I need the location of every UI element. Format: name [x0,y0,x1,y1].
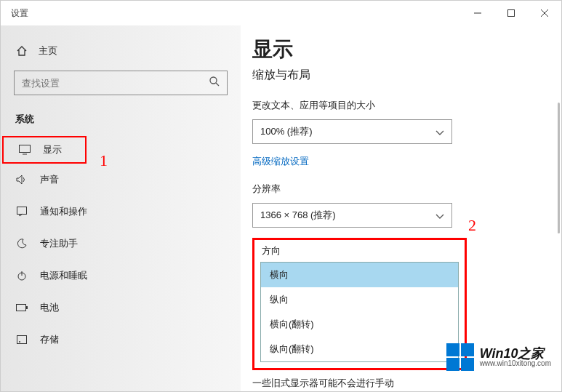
svg-point-14 [19,341,20,343]
home-link[interactable]: 主页 [1,39,241,68]
chevron-down-icon [435,127,444,138]
svg-rect-11 [17,305,26,311]
orientation-box: 方向 横向 纵向 横向(翻转) 纵向(翻转) [252,238,467,370]
titlebar: 设置 [1,1,561,25]
sidebar-item-label: 电池 [40,301,59,314]
storage-icon [15,335,28,344]
home-icon [15,45,28,57]
sidebar-item-label: 专注助手 [40,237,78,250]
sidebar-item-label: 通知和操作 [40,205,87,218]
resolution-value: 1366 × 768 (推荐) [260,209,336,222]
resolution-select[interactable]: 1366 × 768 (推荐) [252,203,452,228]
svg-rect-12 [26,306,28,309]
scale-select[interactable]: 100% (推荐) [252,119,452,144]
sidebar-item-battery[interactable]: 电池 [1,292,241,324]
watermark-url: www.win10xitong.com [480,360,551,367]
home-label: 主页 [39,44,57,57]
orientation-dropdown: 横向 纵向 横向(翻转) 纵向(翻转) [260,262,459,362]
search-wrap [14,71,228,95]
svg-rect-13 [17,336,27,344]
watermark: Win10之家 www.win10xitong.com [446,343,551,371]
orientation-option-portrait-flipped[interactable]: 纵向(翻转) [261,337,458,361]
sidebar-item-sound[interactable]: 声音 [1,164,241,196]
sidebar-item-storage[interactable]: 存储 [1,324,241,356]
windows-logo-icon [446,343,474,371]
svg-line-5 [216,83,219,86]
orientation-label: 方向 [260,244,459,257]
watermark-brand: Win10之家 [480,347,551,360]
maximize-button[interactable] [494,2,528,24]
svg-rect-1 [508,10,515,17]
power-icon [15,271,28,281]
minimize-button[interactable] [461,2,494,24]
search-input[interactable] [14,71,228,95]
sidebar-item-label: 电源和睡眠 [40,269,87,282]
svg-point-4 [210,77,217,84]
battery-icon [15,304,28,311]
scale-label: 更改文本、应用等项目的大小 [252,99,544,112]
legacy-monitor-note: 一些旧式显示器可能不会进行手动连接。 [252,376,398,392]
window-title: 设置 [11,7,461,20]
category-header: 系统 [1,108,241,136]
section-subheading: 缩放与布局 [252,68,544,83]
sidebar-item-label: 声音 [40,173,59,186]
sidebar-item-label: 显示 [43,143,62,156]
orientation-option-landscape-flipped[interactable]: 横向(翻转) [261,312,458,337]
resolution-label: 分辨率 [252,183,544,196]
sidebar-item-label: 存储 [40,333,59,346]
sidebar-item-notifications[interactable]: 通知和操作 [1,196,241,228]
notification-icon [15,207,28,217]
chevron-down-icon [435,211,444,222]
scrollbar[interactable] [558,103,560,233]
annotation-1: 1 [100,151,108,170]
moon-icon [15,239,28,249]
advanced-scaling-link[interactable]: 高级缩放设置 [252,155,309,168]
annotation-2: 2 [468,216,476,235]
main-content: 显示 缩放与布局 更改文本、应用等项目的大小 100% (推荐) 高级缩放设置 … [252,36,561,391]
close-button[interactable] [528,2,561,24]
scale-value: 100% (推荐) [260,125,313,138]
page-title: 显示 [252,36,544,63]
sidebar-item-focus[interactable]: 专注助手 [1,228,241,260]
sidebar-item-power[interactable]: 电源和睡眠 [1,260,241,292]
sidebar: 主页 系统 显示 声音 通知和操作 专注助手 电源和睡眠 电池 存储 [1,25,241,391]
search-icon [209,76,220,90]
orientation-option-landscape[interactable]: 横向 [261,263,458,287]
speaker-icon [15,175,28,185]
svg-rect-8 [17,207,27,215]
monitor-icon [18,145,31,155]
svg-rect-6 [20,145,31,153]
orientation-option-portrait[interactable]: 纵向 [261,287,458,312]
sidebar-item-display[interactable]: 显示 [2,136,87,164]
